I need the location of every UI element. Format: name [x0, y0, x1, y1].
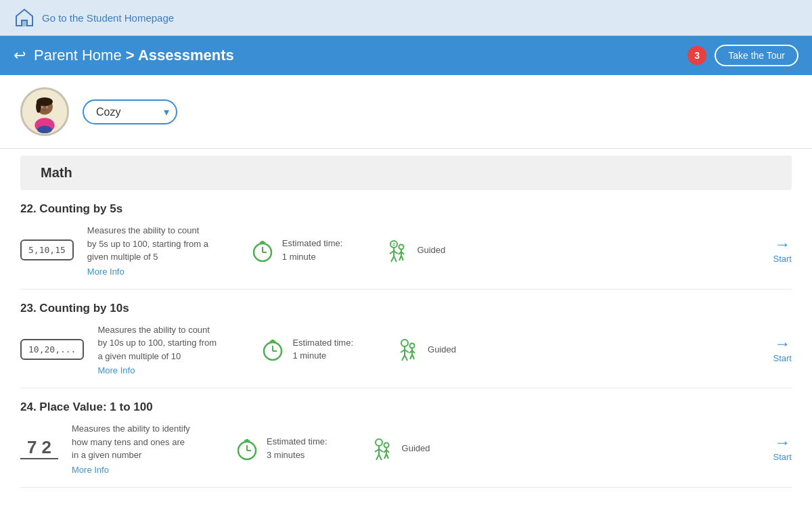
people-icon-23 — [394, 335, 422, 363]
svg-rect-53 — [246, 439, 248, 441]
nav-left: ↩ Parent Home > Assessments — [14, 47, 234, 64]
top-bar: Go to the Student Homepage — [0, 0, 812, 36]
svg-point-54 — [376, 439, 382, 446]
nav-current-page: Assessments — [138, 47, 234, 64]
guided-section-22: Guided — [383, 236, 445, 265]
time-label-24: Estimated time: — [267, 436, 328, 446]
start-label-23: Start — [773, 353, 792, 363]
more-info-link-23[interactable]: More Info — [97, 365, 219, 375]
assessment-item-23: 23. Counting by 10s 10,20,... Measures t… — [20, 290, 792, 389]
time-value-23: 1 minute — [292, 350, 326, 361]
take-tour-button[interactable]: Take the Tour — [715, 45, 798, 66]
more-info-link-24[interactable]: More Info — [72, 465, 194, 475]
svg-rect-35 — [271, 340, 274, 342]
start-arrow-22: → — [774, 236, 790, 252]
start-arrow-23: → — [774, 336, 790, 352]
student-select-wrapper: Cozy ▾ — [83, 99, 177, 124]
time-value-24: 3 minutes — [267, 450, 304, 460]
assessment-desc-text-23: Measures the ability to count by 10s up … — [97, 323, 219, 363]
svg-point-60 — [384, 442, 388, 447]
assessment-title-23: 23. Counting by 10s — [20, 302, 792, 315]
time-text-23: Estimated time: 1 minute — [292, 336, 353, 363]
svg-point-9 — [41, 107, 43, 108]
svg-line-41 — [405, 355, 407, 361]
timer-icon-22 — [250, 237, 275, 263]
guided-label-24: Guided — [402, 443, 430, 453]
time-section-23: Estimated time: 1 minute — [260, 336, 353, 363]
assessment-description-23: Measures the ability to count by 10s up … — [97, 323, 219, 376]
assessment-title-22: 22. Counting by 5s — [20, 202, 792, 216]
assessment-row-22: 5,10,15 Measures the ability to count by… — [20, 224, 792, 277]
svg-point-23 — [399, 244, 404, 249]
section-header: Math — [20, 156, 792, 190]
student-homepage-link[interactable]: Go to the Student Homepage — [42, 12, 174, 24]
assessment-row-24: 7 2 Measures the ability to identify how… — [20, 422, 792, 475]
svg-point-10 — [47, 107, 48, 108]
svg-line-47 — [412, 354, 414, 359]
time-label-22: Estimated time: — [282, 238, 343, 248]
time-text-22: Estimated time: 1 minute — [282, 237, 343, 263]
avatar — [20, 87, 69, 136]
assessment-item-22: 22. Counting by 5s 5,10,15 Measures the … — [20, 190, 792, 290]
assessment-icon-24: 7 2 — [20, 437, 58, 459]
nav-separator: > — [126, 47, 135, 64]
svg-point-36 — [401, 340, 408, 346]
section-title: Math — [41, 165, 771, 181]
start-arrow-24: → — [774, 434, 790, 451]
time-label-23: Estimated time: — [292, 338, 353, 348]
assessment-icon-23: 10,20,... — [20, 339, 84, 360]
svg-point-29 — [393, 243, 394, 244]
svg-line-28 — [401, 256, 403, 260]
start-section-22[interactable]: → Start — [773, 236, 792, 264]
assessment-title-24: 24. Place Value: 1 to 100 — [20, 400, 792, 414]
svg-line-65 — [386, 454, 388, 459]
nav-right: 3 Take the Tour — [687, 45, 798, 66]
time-value-22: 1 minute — [282, 252, 316, 262]
svg-point-6 — [37, 126, 52, 133]
svg-line-40 — [402, 355, 405, 361]
time-section-22: Estimated time: 1 minute — [250, 237, 343, 263]
svg-line-21 — [391, 256, 394, 262]
assessment-row-23: 10,20,... Measures the ability to count … — [20, 323, 792, 376]
guided-label-23: Guided — [428, 344, 456, 354]
assessment-description-24: Measures the ability to identify how man… — [72, 422, 194, 475]
assessment-item-24: 24. Place Value: 1 to 100 7 2 Measures t… — [20, 388, 792, 488]
assessment-desc-text-24: Measures the ability to identify how man… — [72, 422, 194, 462]
svg-point-42 — [410, 344, 415, 348]
avatar-image — [22, 87, 67, 136]
people-icon-22 — [383, 236, 411, 265]
svg-line-58 — [376, 455, 379, 460]
more-info-link-22[interactable]: More Info — [87, 267, 209, 277]
timer-icon-23 — [260, 336, 286, 362]
start-label-24: Start — [773, 452, 792, 462]
nav-parent-label: Parent Home — [34, 47, 122, 64]
svg-line-22 — [394, 256, 397, 262]
main-content: Cozy ▾ Math 22. Counting by 5s 5,10,15 M… — [0, 75, 812, 527]
guided-section-23: Guided — [394, 335, 456, 363]
time-text-24: Estimated time: 3 minutes — [267, 435, 328, 461]
student-select[interactable]: Cozy — [83, 99, 177, 124]
profile-section: Cozy ▾ — [0, 75, 812, 149]
svg-rect-16 — [261, 241, 264, 243]
back-icon[interactable]: ↩ — [14, 47, 26, 64]
assessment-desc-text-22: Measures the ability to count by 5s up t… — [87, 224, 209, 264]
nav-title: Parent Home > Assessments — [34, 47, 234, 64]
home-icon — [14, 7, 35, 28]
notification-badge: 3 — [687, 46, 706, 65]
start-section-24[interactable]: → Start — [773, 434, 792, 462]
svg-line-59 — [379, 455, 382, 460]
time-section-24: Estimated time: 3 minutes — [234, 435, 328, 461]
nav-bar: ↩ Parent Home > Assessments 3 Take the T… — [0, 36, 812, 75]
guided-label-22: Guided — [417, 245, 445, 255]
assessment-description-22: Measures the ability to count by 5s up t… — [87, 224, 209, 277]
start-label-22: Start — [773, 254, 792, 264]
timer-icon-24 — [234, 436, 260, 461]
svg-point-5 — [36, 101, 41, 113]
svg-rect-0 — [22, 20, 27, 26]
start-section-23[interactable]: → Start — [773, 336, 792, 363]
guided-section-24: Guided — [368, 434, 430, 463]
assessment-icon-22: 5,10,15 — [20, 239, 74, 260]
people-icon-24 — [368, 434, 397, 463]
